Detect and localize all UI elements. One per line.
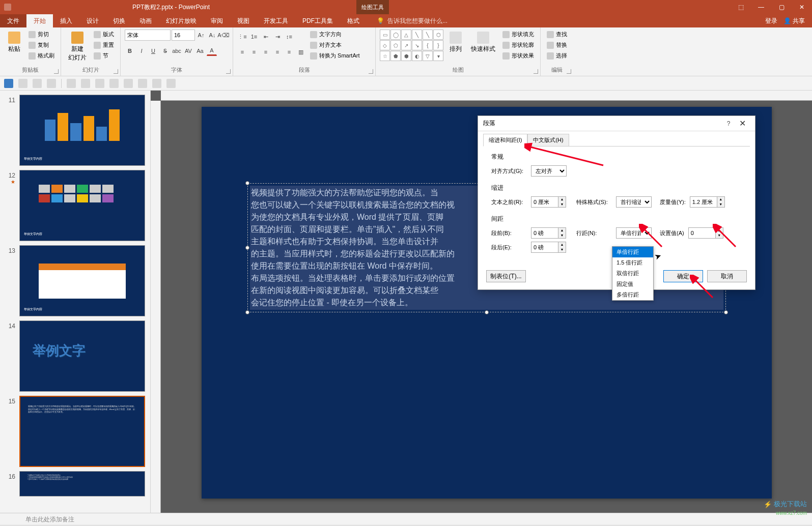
copy-button[interactable]: 复制 — [26, 40, 57, 50]
dropdown-item-1-5[interactable]: 1.5 倍行距 — [612, 257, 653, 268]
arrange-button[interactable]: 排列 — [445, 30, 466, 55]
find-button[interactable]: 查找 — [545, 30, 569, 39]
tab-home[interactable]: 开始 — [26, 14, 53, 27]
indent-by-spinner[interactable]: ▲▼ — [690, 196, 725, 208]
tab-slideshow[interactable]: 幻灯片放映 — [159, 14, 204, 27]
tab-design[interactable]: 设计 — [79, 14, 106, 27]
qat-icon-6[interactable] — [138, 79, 147, 88]
underline-button[interactable]: U — [148, 46, 158, 56]
minimize-button[interactable]: — — [751, 0, 771, 14]
new-slide-button[interactable]: 新建 幻灯片 — [65, 30, 90, 64]
qat-icon-7[interactable] — [152, 79, 161, 88]
dialog-help-button[interactable]: ? — [722, 120, 735, 127]
text-direction-button[interactable]: 文字方向 — [308, 30, 361, 39]
undo-icon[interactable] — [18, 79, 27, 88]
line-spacing-button[interactable]: ↕≡ — [284, 32, 294, 42]
replace-button[interactable]: 替换 — [545, 40, 569, 50]
dialog-tab-indent[interactable]: 缩进和间距(I) — [483, 134, 527, 147]
ribbon-options-icon[interactable]: ⬚ — [731, 0, 751, 14]
tabs-button[interactable]: 制表位(T)... — [486, 270, 526, 282]
lightbulb-icon: 💡 — [377, 17, 384, 24]
strikethrough-button[interactable]: S̶ — [160, 46, 170, 56]
thumbnail-16[interactable]: 16 • 视频提供了功能强大的方法帮助您证明您的观点• 当您单击联机视频时可以在… — [0, 469, 150, 499]
align-center-button[interactable]: ≡ — [249, 47, 259, 57]
start-slideshow-icon[interactable] — [47, 79, 56, 88]
save-icon[interactable] — [4, 79, 13, 88]
tab-insert[interactable]: 插入 — [53, 14, 79, 27]
watermark-url: www.xz7.com — [776, 510, 807, 516]
columns-button[interactable]: ▥ — [296, 47, 306, 57]
font-size-select[interactable] — [172, 30, 195, 41]
quick-styles-button[interactable]: 快速样式 — [468, 30, 498, 55]
align-right-button[interactable]: ≡ — [261, 47, 271, 57]
spacing-before-spinner[interactable]: ▲▼ — [531, 227, 566, 239]
thumbnail-12[interactable]: 12★ 举例文字内容 — [0, 168, 150, 243]
section-button[interactable]: 节 — [92, 51, 116, 61]
increase-indent-button[interactable]: ⇥ — [272, 32, 283, 42]
smartart-button[interactable]: 转换为 SmartArt — [308, 51, 361, 61]
notes-pane[interactable]: 单击此处添加备注 — [0, 513, 812, 525]
shapes-gallery[interactable]: ▭◯△╲╲⬡ ◇⬠↗↘{} ☆⬟⬢◐▽▾ — [380, 30, 443, 61]
redo-icon[interactable] — [33, 79, 42, 88]
dropdown-item-fixed[interactable]: 固定值 — [612, 279, 653, 289]
thumbnail-13[interactable]: 13 举例文字内容 — [0, 243, 150, 318]
align-text-button[interactable]: 对齐文本 — [308, 40, 361, 50]
thumbnail-11[interactable]: 11 举例文字内容 — [0, 93, 150, 168]
italic-button[interactable]: I — [136, 46, 147, 56]
justify-button[interactable]: ≡ — [272, 47, 283, 57]
shape-fill-button[interactable]: 形状填充 — [500, 30, 536, 39]
font-color-button[interactable]: A — [207, 46, 217, 56]
thumbnail-14[interactable]: 14 举例文字 — [0, 318, 150, 394]
qat-icon-8[interactable] — [166, 79, 176, 88]
indent-before-spinner[interactable]: ▲▼ — [531, 196, 566, 208]
qat-icon-2[interactable] — [81, 79, 90, 88]
dialog-close-button[interactable]: ✕ — [735, 119, 750, 128]
dropdown-item-multiple[interactable]: 多倍行距 — [612, 289, 653, 300]
qat-icon-1[interactable] — [67, 79, 76, 88]
decrease-indent-button[interactable]: ⇤ — [261, 32, 271, 42]
change-case-button[interactable]: Aa — [195, 46, 205, 56]
increase-font-icon[interactable]: A↑ — [196, 30, 206, 40]
dropdown-item-double[interactable]: 双倍行距 — [612, 268, 653, 279]
tab-pdf[interactable]: PDF工具集 — [295, 14, 340, 27]
special-format-select[interactable]: 首行缩进 — [616, 196, 652, 208]
paste-button[interactable]: 粘贴 — [4, 30, 24, 55]
tab-animations[interactable]: 动画 — [132, 14, 159, 27]
qat-icon-4[interactable] — [109, 79, 119, 88]
format-painter-button[interactable]: 格式刷 — [26, 51, 57, 61]
cut-button[interactable]: 剪切 — [26, 30, 57, 39]
group-slides: 新建 幻灯片 版式 重置 节 幻灯片 — [61, 27, 121, 76]
tab-format[interactable]: 格式 — [340, 14, 367, 27]
align-left-button[interactable]: ≡ — [237, 47, 247, 57]
char-spacing-button[interactable]: AV — [183, 46, 193, 56]
close-button[interactable]: ✕ — [792, 0, 812, 14]
shape-effects-button[interactable]: 形状效果 — [500, 51, 536, 61]
distribute-button[interactable]: ≡ — [284, 47, 294, 57]
slide-thumbnails-panel[interactable]: 11 举例文字内容 12★ 举例文字内容 13 举例文字内容 14 举例文字 1… — [0, 91, 151, 513]
font-name-select[interactable] — [125, 30, 171, 41]
tab-developer[interactable]: 开发工具 — [257, 14, 295, 27]
decrease-font-icon[interactable]: A↓ — [207, 30, 217, 40]
dialog-titlebar[interactable]: 段落 ? ✕ — [478, 116, 755, 131]
share-button[interactable]: 👤 共享 — [783, 17, 805, 25]
maximize-button[interactable]: ▢ — [771, 0, 792, 14]
bold-button[interactable]: B — [125, 46, 135, 56]
qat-icon-5[interactable] — [124, 79, 133, 88]
reset-button[interactable]: 重置 — [92, 40, 116, 50]
tell-me-search[interactable]: 💡 告诉我您想要做什么... — [377, 14, 447, 27]
shadow-button[interactable]: abc — [172, 46, 182, 56]
spacing-after-spinner[interactable]: ▲▼ — [531, 242, 566, 253]
tab-review[interactable]: 审阅 — [204, 14, 230, 27]
login-button[interactable]: 登录 — [765, 17, 777, 25]
tab-view[interactable]: 视图 — [230, 14, 257, 27]
thumbnail-15[interactable]: 15 视频提供了功能强大的方法帮助您证明您的观点。当您单击联机视频时，可以在想要… — [0, 394, 150, 469]
qat-icon-3[interactable] — [95, 79, 104, 88]
tab-transitions[interactable]: 切换 — [106, 14, 132, 27]
select-button[interactable]: 选择 — [545, 51, 569, 61]
clear-format-icon[interactable]: A⌫ — [218, 30, 229, 40]
bullets-button[interactable]: ⋮≡ — [237, 32, 247, 42]
numbering-button[interactable]: 1≡ — [249, 32, 259, 42]
tab-file[interactable]: 文件 — [0, 14, 26, 27]
shape-outline-button[interactable]: 形状轮廓 — [500, 40, 536, 50]
layout-button[interactable]: 版式 — [92, 30, 116, 39]
